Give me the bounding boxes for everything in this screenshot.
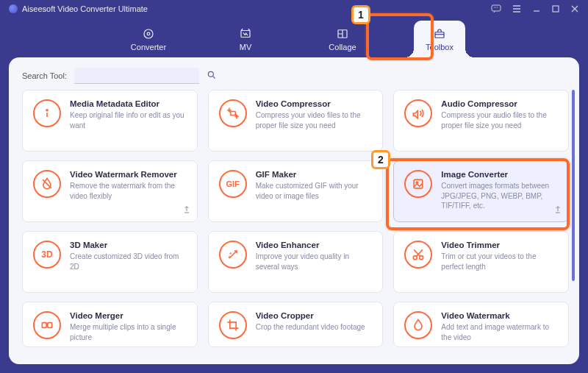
watermark-icon <box>404 311 432 339</box>
svg-point-3 <box>147 32 150 35</box>
search-label: Search Tool: <box>22 71 67 80</box>
svg-point-7 <box>208 71 213 77</box>
tool-card[interactable]: Audio CompressorCompress your audio file… <box>393 90 569 152</box>
menu-icon[interactable] <box>512 4 522 13</box>
tool-title: Video Cropper <box>256 311 373 320</box>
search-input[interactable] <box>74 68 199 84</box>
tool-desc: Add text and image watermark to the vide… <box>441 322 558 342</box>
tool-card[interactable]: Video CropperCrop the redundant video fo… <box>208 302 384 347</box>
3d-icon: 3D <box>33 241 61 269</box>
tool-title: Video Compressor <box>256 99 373 108</box>
tabbar: Converter MV Collage Toolbox <box>0 18 588 57</box>
tool-card[interactable]: 3D3D MakerCreate customized 3D video fro… <box>22 231 198 293</box>
tool-title: Video Trimmer <box>441 241 558 249</box>
crop-icon <box>219 311 247 339</box>
tool-desc: Compress your video files to the proper … <box>256 110 373 130</box>
svg-point-8 <box>46 110 48 111</box>
tool-desc: Remove the watermark from the video flex… <box>70 181 187 201</box>
tool-desc: Make customized GIF with your video or i… <box>256 181 373 201</box>
scrollbar[interactable] <box>572 90 575 281</box>
tool-card[interactable]: Video TrimmerTrim or cut your videos to … <box>393 231 569 293</box>
tool-title: Audio Compressor <box>441 99 558 108</box>
tool-card[interactable]: Media Metadata EditorKeep original file … <box>22 90 198 152</box>
tool-card[interactable]: Video EnhancerImprove your video quality… <box>208 231 384 293</box>
tab-toolbox[interactable]: Toolbox <box>414 21 465 57</box>
svg-rect-9 <box>230 112 235 116</box>
tool-desc: Create customized 3D video from 2D <box>70 252 187 271</box>
pin-icon[interactable] <box>553 204 562 217</box>
tool-desc: Improve your video quality in several wa… <box>256 252 373 271</box>
tool-title: Video Enhancer <box>256 241 373 249</box>
svg-point-2 <box>144 29 153 38</box>
search-icon[interactable] <box>207 70 217 82</box>
imgconv-icon <box>404 170 432 198</box>
gif-icon: GIF <box>219 170 247 198</box>
tool-desc: Crop the redundant video footage <box>256 322 373 333</box>
tab-collage[interactable]: Collage <box>317 21 368 57</box>
toolbox-icon <box>433 27 446 40</box>
info-icon <box>33 99 61 127</box>
tool-title: GIF Maker <box>256 170 373 179</box>
tool-desc: Convert images formats between JPG/JPEG,… <box>441 181 558 211</box>
search-row: Search Tool: <box>22 68 566 84</box>
tool-title: Image Converter <box>441 170 558 179</box>
tool-title: Video Watermark <box>441 311 558 320</box>
feedback-icon[interactable] <box>491 4 501 13</box>
tool-title: Media Metadata Editor <box>70 99 187 108</box>
tool-card[interactable]: GIFGIF MakerMake customized GIF with you… <box>208 160 384 222</box>
tool-title: Video Watermark Remover <box>70 170 187 179</box>
app-title: Aiseesoft Video Converter Ultimate <box>22 4 148 13</box>
tool-card[interactable]: Video MergerMerge multiple clips into a … <box>22 302 198 347</box>
tool-desc: Compress your audio files to the proper … <box>441 110 558 130</box>
app-logo-icon <box>9 4 18 13</box>
tab-mv[interactable]: MV <box>220 21 271 57</box>
tool-scroll-area: Media Metadata EditorKeep original file … <box>22 90 569 357</box>
tool-card[interactable]: Video WatermarkAdd text and image waterm… <box>393 302 569 347</box>
mv-icon <box>239 27 252 40</box>
minimize-icon[interactable] <box>532 4 541 13</box>
svg-rect-6 <box>435 32 444 38</box>
tool-desc: Keep original file info or edit as you w… <box>70 110 187 130</box>
maximize-icon[interactable] <box>551 4 560 13</box>
tool-desc: Merge multiple clips into a single pictu… <box>70 322 187 342</box>
tool-card[interactable]: Video Watermark RemoverRemove the waterm… <box>22 160 198 222</box>
tab-label: MV <box>240 43 252 51</box>
svg-rect-0 <box>492 5 501 11</box>
merge-icon <box>33 311 61 339</box>
converter-icon <box>142 27 155 40</box>
close-icon[interactable] <box>570 4 579 13</box>
tab-label: Collage <box>329 43 356 51</box>
titlebar: Aiseesoft Video Converter Ultimate <box>0 0 588 18</box>
tool-card[interactable]: Image ConverterConvert images formats be… <box>393 160 569 222</box>
tool-desc: Trim or cut your videos to the perfect l… <box>441 252 558 271</box>
trim-icon <box>404 241 432 269</box>
tab-converter[interactable]: Converter <box>123 21 174 57</box>
pin-icon[interactable] <box>182 204 191 217</box>
collage-icon <box>336 27 349 40</box>
tool-card[interactable]: Video CompressorCompress your video file… <box>208 90 384 152</box>
svg-rect-14 <box>42 323 46 328</box>
enhance-icon <box>219 241 247 269</box>
tool-title: 3D Maker <box>70 241 187 249</box>
tool-title: Video Merger <box>70 311 187 320</box>
audio-icon <box>404 99 432 127</box>
nowater-icon <box>33 170 61 198</box>
svg-rect-1 <box>553 6 559 12</box>
tab-label: Converter <box>131 43 166 51</box>
toolbox-panel: Search Tool: Media Metadata EditorKeep o… <box>9 57 579 364</box>
compress-icon <box>219 99 247 127</box>
tab-label: Toolbox <box>426 43 453 51</box>
svg-rect-15 <box>48 323 52 328</box>
